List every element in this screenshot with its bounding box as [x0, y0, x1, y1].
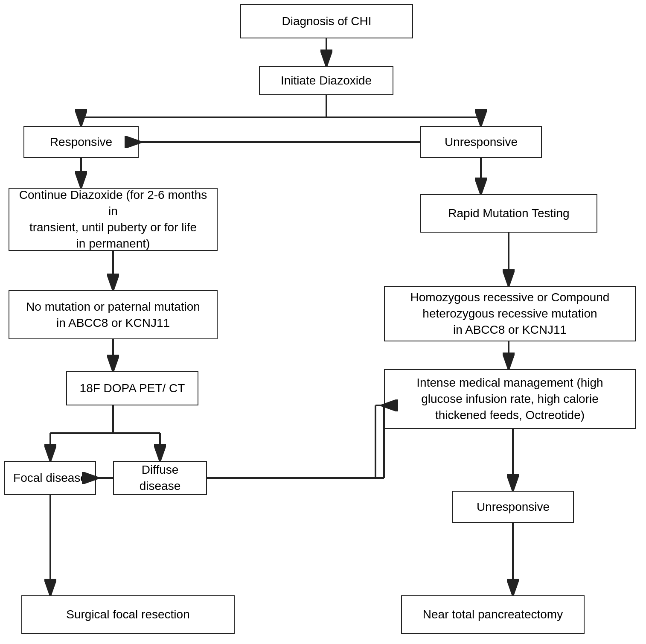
- flowchart: Diagnosis of CHI Initiate Diazoxide Resp…: [0, 0, 646, 644]
- box-near-total: Near total pancreatectomy: [401, 595, 585, 634]
- box-no-mutation: No mutation or paternal mutation in ABCC…: [9, 290, 218, 339]
- box-initiate: Initiate Diazoxide: [259, 66, 393, 95]
- box-diagnosis: Diagnosis of CHI: [240, 4, 413, 38]
- box-intense-medical: Intense medical management (high glucose…: [384, 369, 636, 429]
- box-homozygous: Homozygous recessive or Compound heteroz…: [384, 286, 636, 341]
- box-focal: Focal disease: [4, 461, 96, 495]
- box-diffuse: Diffuse disease: [113, 461, 207, 495]
- box-continue-diazoxide: Continue Diazoxide (for 2-6 months in tr…: [9, 188, 218, 251]
- box-surgical-focal: Surgical focal resection: [21, 595, 235, 634]
- box-unresponsive-top: Unresponsive: [420, 126, 542, 158]
- box-pet-ct: 18F DOPA PET/ CT: [66, 371, 198, 405]
- box-responsive: Responsive: [23, 126, 139, 158]
- box-unresponsive-bot: Unresponsive: [452, 491, 574, 523]
- box-rapid-mutation: Rapid Mutation Testing: [420, 194, 597, 233]
